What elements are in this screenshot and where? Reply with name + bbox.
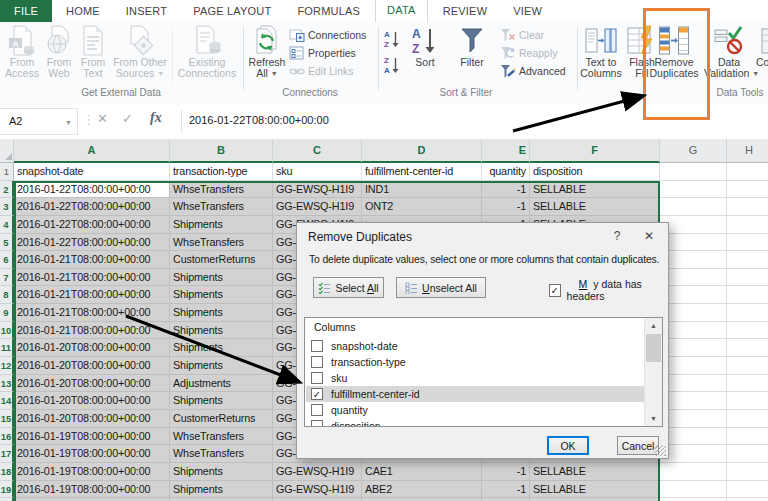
cell-A17[interactable]: 2016-01-19T08:00:00+00:00 (14, 445, 170, 463)
cell-A6[interactable]: 2016-01-21T08:00:00+00:00 (14, 251, 170, 269)
checkbox-disposition[interactable] (311, 420, 323, 427)
cell-B10[interactable]: Shipments (170, 322, 273, 340)
connections-button[interactable]: Connections (289, 27, 366, 43)
my-data-has-headers-checkbox[interactable]: ✓ (549, 284, 561, 297)
name-box[interactable]: A2 ▼ (0, 108, 78, 135)
cell-F18[interactable]: SELLABLE (530, 463, 660, 481)
cell-E3[interactable]: -1 (482, 198, 530, 216)
cell-H19[interactable] (727, 481, 768, 499)
row-header-6[interactable]: 6 (0, 251, 14, 269)
name-box-dropdown-icon[interactable]: ▼ (65, 109, 72, 136)
row-header-14[interactable]: 14 (0, 392, 14, 410)
help-button[interactable]: ? (606, 227, 628, 245)
cell-B6[interactable]: CustomerReturns (170, 251, 273, 269)
cell-A16[interactable]: 2016-01-19T08:00:00+00:00 (14, 428, 170, 446)
dialog-column-item-sku[interactable]: sku (306, 370, 644, 386)
cell-B15[interactable]: CustomerReturns (170, 410, 273, 428)
text-to-columns-button[interactable]: Text to Columns (578, 23, 624, 87)
checkbox-transaction-type[interactable] (311, 356, 323, 368)
cell-B2[interactable]: WhseTransfers (170, 181, 273, 199)
cell-G11[interactable] (660, 339, 727, 357)
cell-D2[interactable]: IND1 (362, 181, 482, 199)
edit-links-button[interactable]: Edit Links (289, 63, 354, 79)
cell-B11[interactable]: Shipments (170, 339, 273, 357)
cell-H18[interactable] (727, 463, 768, 481)
cell-G17[interactable] (660, 445, 727, 463)
cell-H1[interactable] (727, 163, 768, 181)
row-header-17[interactable]: 17 (0, 445, 14, 463)
select-all-corner[interactable] (0, 139, 14, 163)
cell-G13[interactable] (660, 375, 727, 393)
cancel-entry-icon[interactable]: ✕ (97, 111, 108, 126)
data-validation-button[interactable]: Data Validation ▼ (704, 23, 754, 87)
row-header-5[interactable]: 5 (0, 234, 14, 252)
row-header-11[interactable]: 11 (0, 339, 14, 357)
cell-H12[interactable] (727, 357, 768, 375)
ok-button[interactable]: OK (547, 436, 589, 455)
row-header-3[interactable]: 3 (0, 198, 14, 216)
cell-G12[interactable] (660, 357, 727, 375)
cell-A13[interactable]: 2016-01-20T08:00:00+00:00 (14, 375, 170, 393)
column-header-B[interactable]: B (170, 139, 273, 163)
cell-H13[interactable] (727, 375, 768, 393)
cell-D3[interactable]: ONT2 (362, 198, 482, 216)
checkbox-snapshot-date[interactable] (311, 340, 323, 352)
existing-connections-button[interactable]: Existing Connections (175, 23, 239, 87)
from-other-sources-button[interactable]: From Other Sources ▼ (110, 23, 170, 87)
scroll-down-icon[interactable]: ▼ (645, 411, 662, 426)
close-icon[interactable]: ✕ (638, 227, 660, 245)
column-header-D[interactable]: D (362, 139, 482, 163)
cancel-button[interactable]: Cancel (617, 436, 659, 455)
cell-C19[interactable]: GG-EWSQ-H1I9 (273, 481, 362, 499)
ribbon-tab-formulas[interactable]: FORMULAS (286, 0, 371, 22)
cell-H10[interactable] (727, 322, 768, 340)
column-header-H[interactable]: H (727, 139, 768, 163)
cell-E2[interactable]: -1 (482, 181, 530, 199)
cell-H11[interactable] (727, 339, 768, 357)
cell-A11[interactable]: 2016-01-20T08:00:00+00:00 (14, 339, 170, 357)
row-header-10[interactable]: 10 (0, 322, 14, 340)
ribbon-tab-file[interactable]: FILE (0, 0, 52, 22)
row-header-18[interactable]: 18 (0, 463, 14, 481)
cell-A4[interactable]: 2016-01-22T08:00:00+00:00 (14, 216, 170, 234)
dialog-resize-grip[interactable] (655, 445, 666, 456)
sort-ascending-button[interactable]: AZ (383, 28, 402, 44)
ribbon-tab-review[interactable]: REVIEW (432, 0, 499, 22)
sort-descending-button[interactable]: ZA (383, 54, 402, 70)
cell-H2[interactable] (727, 181, 768, 199)
cell-A18[interactable]: 2016-01-19T08:00:00+00:00 (14, 463, 170, 481)
reapply-filter-button[interactable]: Reapply (500, 45, 558, 61)
cell-H5[interactable] (727, 234, 768, 252)
cell-H17[interactable] (727, 445, 768, 463)
row-header-7[interactable]: 7 (0, 269, 14, 287)
cell-H6[interactable] (727, 251, 768, 269)
scrollbar-thumb[interactable] (646, 334, 661, 362)
column-header-G[interactable]: G (660, 139, 727, 163)
sort-button[interactable]: AZ Sort (404, 23, 446, 87)
my-data-has-headers-option[interactable]: ✓ My data has headers (549, 278, 668, 302)
cell-G19[interactable] (660, 481, 727, 499)
cell-F19[interactable]: SELLABLE (530, 481, 660, 499)
cell-C18[interactable]: GG-EWSQ-H1I9 (273, 463, 362, 481)
row-header-19[interactable]: 19 (0, 481, 14, 499)
cell-A10[interactable]: 2016-01-21T08:00:00+00:00 (14, 322, 170, 340)
ribbon-tab-insert[interactable]: INSERT (115, 0, 178, 22)
checkbox-sku[interactable] (311, 372, 323, 384)
cell-G6[interactable] (660, 251, 727, 269)
cell-B13[interactable]: Adjustments (170, 375, 273, 393)
cell-H7[interactable] (727, 269, 768, 287)
cell-C1[interactable]: sku (273, 163, 362, 181)
cell-B9[interactable]: Shipments (170, 304, 273, 322)
cell-G18[interactable] (660, 463, 727, 481)
cell-A15[interactable]: 2016-01-20T08:00:00+00:00 (14, 410, 170, 428)
row-header-2[interactable]: 2 (0, 181, 14, 199)
unselect-all-button[interactable]: Unselect All (396, 277, 486, 298)
column-header-C[interactable]: C (273, 139, 362, 163)
confirm-entry-icon[interactable]: ✓ (122, 111, 133, 126)
insert-function-icon[interactable]: fx (150, 110, 162, 126)
cell-G15[interactable] (660, 410, 727, 428)
cell-G2[interactable] (660, 181, 727, 199)
cell-G7[interactable] (660, 269, 727, 287)
cell-A3[interactable]: 2016-01-22T08:00:00+00:00 (14, 198, 170, 216)
scroll-up-icon[interactable]: ▲ (645, 318, 662, 333)
